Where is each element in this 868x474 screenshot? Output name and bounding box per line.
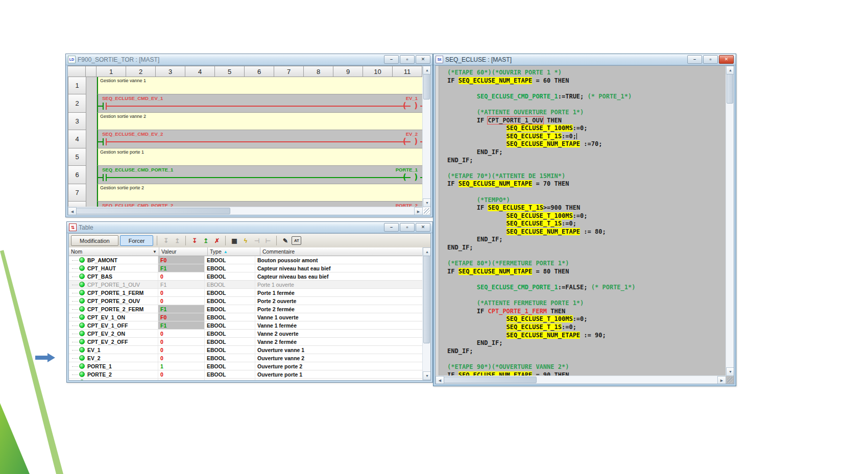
rung-number-cell[interactable]: 7 <box>68 184 86 202</box>
unforce-icon[interactable]: ✗ <box>212 236 222 245</box>
value-cell[interactable]: 0 <box>158 330 205 337</box>
hscroll-thumb[interactable] <box>76 208 230 214</box>
prev-force-icon[interactable]: ⊣ <box>252 236 261 245</box>
code-line[interactable] <box>447 164 726 172</box>
code-line[interactable]: END_IF; <box>447 347 726 356</box>
value-cell[interactable]: F0 <box>158 256 205 264</box>
code-line[interactable]: SEQ_ECLUSE_NUM_ETAPE := 80; <box>447 228 726 236</box>
code-line[interactable]: IF SEQ_ECLUSE_NUM_ETAPE = 80 THEN <box>447 268 726 276</box>
minimize-icon[interactable] <box>687 55 702 64</box>
rung-number-cell[interactable]: 4 <box>68 130 86 148</box>
table-row[interactable]: CPT_EV_2_OFF0EBOOLVanne 2 fermée <box>69 338 423 346</box>
code-line[interactable]: SEQ_ECLUSE_T_1S:=0; <box>447 133 726 141</box>
table-row[interactable]: CPT_EV_2_ON0EBOOLVanne 2 ouverte <box>69 330 423 338</box>
scroll-right-icon[interactable] <box>717 376 726 384</box>
code-line[interactable]: (*ATTENTE FERMETURE PORTE 1*) <box>447 300 726 308</box>
code-line[interactable]: IF SEQ_ECLUSE_NUM_ETAPE = 60 THEN <box>447 77 726 85</box>
contact-icon[interactable] <box>103 174 104 181</box>
code-line[interactable]: (*ATTENTE OUVERTURE PORTE 1*) <box>447 109 726 117</box>
ladder-column-header[interactable]: 1 <box>96 66 126 77</box>
code-line[interactable]: SEQ_ECLUSE_T_100MS:=0; <box>447 315 726 323</box>
ladder-titlebar[interactable]: LD F900_SORTIE_TOR : [MAST] <box>66 54 432 65</box>
value-cell[interactable]: 0 <box>158 297 205 305</box>
rung-number-cell[interactable]: 2 <box>68 94 86 113</box>
code-line[interactable]: IF SEQ_ECLUSE_NUM_ETAPE = 70 THEN <box>447 180 726 188</box>
ladder-column-header[interactable]: 11 <box>392 66 422 77</box>
code-line[interactable] <box>447 276 726 284</box>
scroll-left-icon[interactable] <box>68 207 77 215</box>
force-0-icon[interactable]: ↧ <box>189 236 199 245</box>
code-line[interactable]: END_IF; <box>447 148 726 157</box>
contact-icon[interactable] <box>103 103 104 110</box>
value-cell[interactable]: F1 <box>158 281 205 288</box>
code-line[interactable]: END_IF; <box>447 236 726 244</box>
code-line[interactable] <box>447 101 726 109</box>
code-line[interactable]: SEQ_ECLUSE_NUM_ETAPE :=70; <box>447 140 726 148</box>
close-icon[interactable] <box>416 223 430 232</box>
value-cell[interactable]: 0 <box>158 272 205 280</box>
table-row[interactable]: SEQ_ECLUSE_NUM_ET...70INT <box>69 379 423 380</box>
resize-grip[interactable] <box>424 208 430 214</box>
ladder-column-header[interactable]: 9 <box>333 66 363 77</box>
maximize-icon[interactable] <box>400 55 415 64</box>
table-row[interactable]: CPT_PORTE_2_FERMF1EBOOLPorte 2 fermée <box>69 305 423 313</box>
value-cell[interactable]: 0 <box>158 338 205 345</box>
table-row[interactable]: CPT_BAS0EBOOLCapteur niveau bas eau bief <box>69 272 423 281</box>
scroll-left-icon[interactable] <box>436 376 444 384</box>
at-display-icon[interactable]: AT <box>292 236 301 245</box>
coil-icon[interactable]: ( ) <box>403 172 420 182</box>
code-line[interactable]: SEQ_ECLUSE_NUM_ETAPE := 90; <box>447 332 726 340</box>
set-value-0-icon[interactable]: ↧ <box>161 236 171 245</box>
rung-number-cell[interactable]: 3 <box>68 112 86 130</box>
table-row[interactable]: PORTE_11EBOOLOuverture porte 2 <box>69 362 423 370</box>
table-row[interactable]: BP_AMONTF0EBOOLBouton poussoir amont <box>69 256 423 264</box>
scroll-up-icon[interactable] <box>423 247 431 256</box>
column-header-type[interactable]: Type ▲ <box>208 247 260 256</box>
ladder-column-header[interactable]: 8 <box>303 66 333 77</box>
code-line[interactable]: SEQ_ECLUSE_T_1S:=0; <box>447 323 726 332</box>
value-cell[interactable]: 0 <box>158 346 205 354</box>
next-force-icon[interactable]: ⊢ <box>263 236 273 245</box>
ladder-vscrollbar[interactable] <box>422 66 430 207</box>
scroll-down-icon[interactable] <box>726 367 734 376</box>
st-code[interactable]: (*ETAPE 60*)(*OUVRIR PORTE 1 *)IF SEQ_EC… <box>439 66 726 376</box>
code-line[interactable]: END_IF; <box>447 244 726 252</box>
column-header-valeur[interactable]: Valeur <box>159 247 208 256</box>
rung-number-cell[interactable]: 1 <box>68 77 86 94</box>
table-row[interactable]: EV_10EBOOLOuverture vanne 1 <box>69 346 423 354</box>
code-line[interactable]: END_IF; <box>447 339 726 347</box>
minimize-icon[interactable] <box>384 223 399 232</box>
ladder-rung[interactable]: SEQ_ECLUSE_CMD_EV_2EV_2( ) <box>97 130 423 148</box>
scroll-up-icon[interactable] <box>726 66 734 74</box>
table-vscrollbar[interactable] <box>422 247 430 380</box>
table-row[interactable]: CPT_PORTE_1_OUVF1EBOOLPorte 1 ouverte <box>69 281 423 289</box>
code-line[interactable]: SEQ_ECLUSE_CMD_PORTE_1:=FALSE; (* PORTE_… <box>447 284 726 292</box>
code-line[interactable]: (*ETAPE 90*)(*OUVERTURE VANNE 2*) <box>447 363 726 371</box>
value-cell[interactable]: 0 <box>158 370 205 378</box>
contact-icon[interactable] <box>103 138 104 145</box>
column-header-commentaire[interactable]: Commentaire <box>260 247 423 256</box>
table-titlebar[interactable]: ⇅ Table <box>67 222 432 233</box>
value-cell[interactable]: F1 <box>158 264 205 272</box>
value-cell[interactable]: 70 <box>158 379 205 380</box>
animation-icon[interactable]: ϟ <box>240 236 250 245</box>
ladder-column-header[interactable]: 6 <box>244 66 274 77</box>
code-line[interactable]: IF CPT_PORTE_1_FERM THEN <box>447 308 726 316</box>
table-row[interactable]: CPT_EV_1_OFFF1EBOOLVanne 1 fermée <box>69 321 423 330</box>
value-cell[interactable]: 1 <box>158 362 205 370</box>
table-row[interactable]: PORTE_20EBOOLOuverture porte 1 <box>69 370 423 379</box>
ladder-rung[interactable]: SEQ_ECLUSE_CMD_EV_1EV_1( ) <box>97 94 423 113</box>
ladder-column-header[interactable]: 2 <box>126 66 156 77</box>
table-row[interactable]: CPT_EV_1_ONF0EBOOLVanne 1 ouverte <box>69 313 423 321</box>
ladder-hscrollbar[interactable] <box>68 207 423 215</box>
code-line[interactable] <box>447 188 726 196</box>
force-1-icon[interactable]: ↥ <box>201 236 210 245</box>
code-line[interactable]: SEQ_ECLUSE_T_100MS:=0; <box>447 212 726 220</box>
code-line[interactable]: IF SEQ_ECLUSE_T_1S>=900 THEN <box>447 204 726 212</box>
close-icon[interactable] <box>719 55 734 64</box>
coil-icon[interactable]: ( ) <box>403 137 420 146</box>
value-cell[interactable]: F0 <box>158 313 205 321</box>
code-line[interactable] <box>447 85 726 93</box>
scroll-down-icon[interactable] <box>423 198 431 207</box>
table-row[interactable]: CPT_PORTE_1_FERM0EBOOLPorte 1 fermée <box>69 289 423 297</box>
